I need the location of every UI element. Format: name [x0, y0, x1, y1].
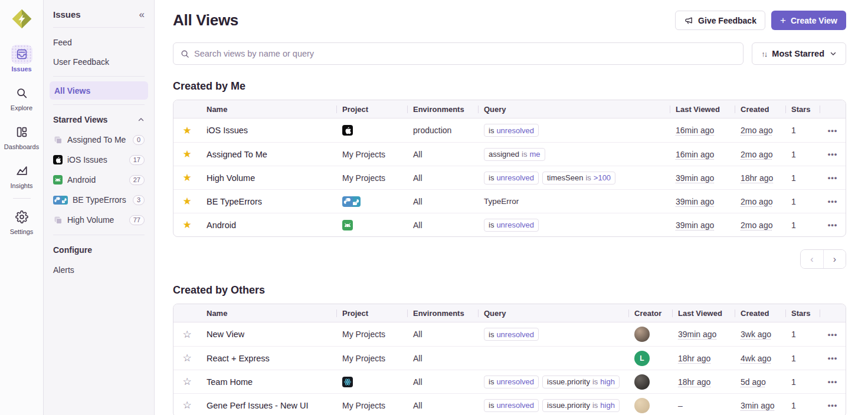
starred-view-item[interactable]: iOS Issues 17	[44, 150, 154, 170]
row-actions-menu-button[interactable]: •••	[828, 354, 838, 363]
row-menu-cell: •••	[820, 166, 846, 189]
row-actions-menu-button[interactable]: •••	[828, 173, 838, 182]
divider	[53, 27, 145, 28]
view-name-link[interactable]: iOS Issues	[207, 126, 248, 135]
rail-item-explore[interactable]: Explore	[0, 84, 43, 111]
sidebar-item-alerts[interactable]: Alerts	[44, 260, 154, 279]
avatar-initial: L	[640, 354, 644, 363]
created-cell: 2mo ago	[735, 143, 785, 166]
view-name-link[interactable]: Gene Perf Issues - New UI	[207, 401, 308, 410]
sidebar-item-all-views[interactable]: All Views	[50, 81, 148, 100]
last-viewed-cell: 18hr ago	[672, 370, 735, 393]
stars-count-cell: 1	[785, 322, 820, 346]
row-actions-menu-button[interactable]: •••	[828, 330, 838, 339]
issue-count-badge: 3	[133, 195, 145, 205]
view-name-link[interactable]: Team Home	[207, 377, 253, 387]
query-cell: isunresolvedtimesSeenis>100	[478, 166, 670, 189]
give-feedback-button[interactable]: Give Feedback	[675, 11, 765, 30]
rail-item-issues[interactable]: Issues	[0, 45, 43, 73]
row-actions-menu-button[interactable]: •••	[828, 197, 838, 206]
star-toggle[interactable]: ☆	[182, 400, 191, 410]
project-cell: My Projects	[336, 347, 407, 370]
sidebar-title: Issues	[53, 9, 81, 19]
sort-dropdown[interactable]: ↑↓ Most Starred	[752, 42, 846, 65]
insights-icon	[15, 164, 28, 177]
issues-sidebar: Issues « Feed User Feedback All Views St…	[44, 0, 155, 415]
query-filter-tag: isunresolved	[484, 124, 539, 137]
column-header: Project	[336, 100, 407, 118]
table-row: ★ BE TypeErrors All TypeError 39min ago …	[173, 189, 846, 213]
sidebar-item-user-feedback[interactable]: User Feedback	[44, 52, 154, 71]
react-project-icon	[342, 377, 353, 387]
star-toggle[interactable]: ★	[182, 149, 191, 159]
starred-view-item[interactable]: BE TypeErrors 3	[44, 190, 154, 210]
last-viewed-cell: 16min ago	[670, 118, 735, 142]
star-cell: ★	[173, 118, 201, 142]
environments-cell: All	[407, 166, 478, 189]
create-view-button[interactable]: + Create View	[771, 11, 846, 30]
star-toggle[interactable]: ★	[182, 220, 191, 230]
creator-avatar: L	[634, 351, 650, 366]
configure-section-header: Configure	[44, 240, 154, 260]
collapse-sidebar-icon[interactable]: «	[139, 9, 145, 19]
starred-view-label: Assigned To Me	[67, 135, 128, 144]
view-name-link[interactable]: New View	[207, 330, 244, 339]
stars-count-cell: 1	[785, 166, 820, 189]
project-name: My Projects	[342, 354, 385, 363]
issue-count-badge: 17	[129, 155, 145, 165]
environments-cell: All	[407, 190, 478, 213]
row-actions-menu-button[interactable]: •••	[828, 401, 838, 410]
starred-view-item[interactable]: Android 27	[44, 170, 154, 190]
starred-view-item[interactable]: Assigned To Me 0	[44, 130, 154, 150]
view-name-link[interactable]: BE TypeErrors	[207, 197, 262, 206]
project-cell	[336, 370, 407, 393]
table-row: ☆ Gene Perf Issues - New UI My Projects …	[173, 393, 846, 415]
app-logo[interactable]	[10, 7, 34, 31]
query-cell: isunresolvedissue.priorityishigh	[478, 370, 628, 393]
star-toggle[interactable]: ★	[182, 126, 191, 136]
star-toggle[interactable]: ★	[182, 196, 191, 206]
rail-item-settings[interactable]: Settings	[0, 208, 43, 235]
environments-cell: All	[407, 143, 478, 166]
page-title: All Views	[173, 11, 238, 29]
rail-item-dashboards[interactable]: Dashboards	[0, 123, 43, 150]
star-toggle[interactable]: ★	[182, 173, 191, 183]
rail-item-label: Insights	[11, 182, 33, 189]
star-toggle[interactable]: ☆	[182, 330, 191, 340]
sidebar-item-feed[interactable]: Feed	[44, 32, 154, 52]
previous-page-button[interactable]: ‹	[801, 250, 823, 268]
app-rail: Issues Explore Dashboards Insights Setti…	[0, 0, 44, 415]
row-actions-menu-button[interactable]: •••	[828, 220, 838, 229]
view-name-link[interactable]: React + Express	[207, 354, 270, 363]
last-viewed-cell: 16min ago	[670, 143, 735, 166]
table-row: ★ Android All isunresolved 39min ago 2mo…	[173, 213, 846, 236]
environments-cell: All	[407, 347, 478, 370]
view-name-link[interactable]: Assigned To Me	[207, 150, 267, 159]
last-viewed-cell: –	[672, 394, 735, 415]
search-input[interactable]	[194, 49, 736, 58]
star-toggle[interactable]: ☆	[182, 377, 191, 387]
stacked-project-icon	[53, 215, 63, 225]
next-page-button[interactable]: ›	[823, 250, 846, 268]
star-toggle[interactable]: ☆	[182, 353, 191, 363]
project-name: My Projects	[342, 401, 385, 410]
python-project-icon	[53, 196, 62, 205]
project-cell: My Projects	[336, 143, 407, 166]
row-actions-menu-button[interactable]: •••	[828, 126, 838, 135]
row-actions-menu-button[interactable]: •••	[828, 377, 838, 386]
starred-view-label: High Volume	[67, 215, 125, 225]
starred-views-section-header[interactable]: Starred Views	[44, 110, 154, 130]
sort-arrows-icon: ↑↓	[761, 50, 767, 58]
starred-view-item[interactable]: High Volume 77	[44, 210, 154, 230]
name-cell: High Volume	[201, 166, 336, 189]
row-menu-cell: •••	[820, 370, 846, 393]
rail-item-insights[interactable]: Insights	[0, 162, 43, 189]
view-name-link[interactable]: Android	[207, 220, 236, 230]
views-table: NameProjectEnvironmentsQueryCreatorLast …	[173, 304, 846, 415]
view-name-link[interactable]: High Volume	[207, 173, 255, 183]
stacked-project-icon	[53, 135, 63, 144]
stars-count-cell: 1	[785, 213, 820, 236]
row-actions-menu-button[interactable]: •••	[828, 150, 838, 159]
search-box[interactable]	[173, 42, 743, 65]
app-logo-icon	[11, 8, 33, 30]
